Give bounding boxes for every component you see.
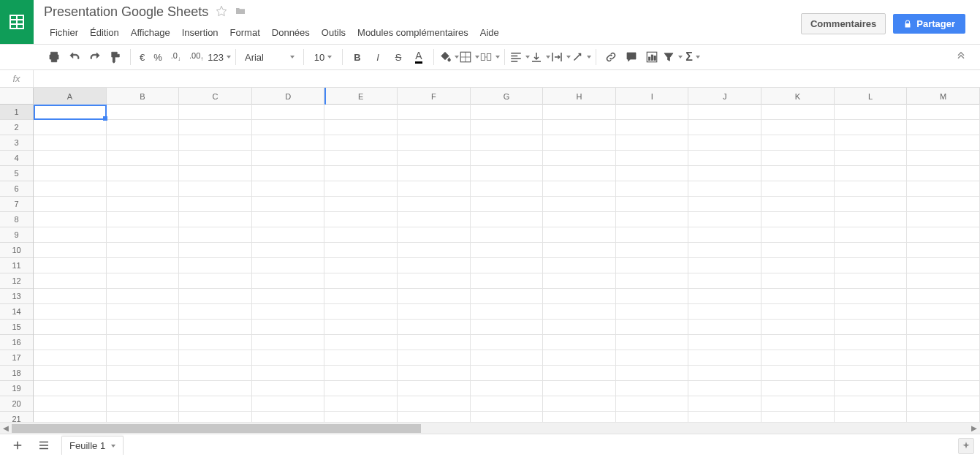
row-header-19[interactable]: 19 [0,381,33,396]
cell[interactable] [616,105,689,120]
cell[interactable] [398,212,471,227]
share-button[interactable]: Partager [893,14,965,34]
cell[interactable] [616,350,689,366]
cell[interactable] [398,412,471,422]
italic-button[interactable]: I [368,47,388,67]
cell[interactable] [907,243,980,258]
merge-cells-button[interactable] [479,47,500,67]
strikethrough-button[interactable]: S [388,47,409,67]
row-header-18[interactable]: 18 [0,366,33,381]
cell[interactable] [34,320,107,335]
cell[interactable] [107,350,180,366]
cell[interactable] [761,304,835,320]
menu-insertion[interactable]: Insertion [176,24,224,41]
cell[interactable] [471,166,544,181]
cell[interactable] [107,181,180,197]
column-header-F[interactable]: F [398,88,471,105]
align-horizontal-button[interactable] [509,47,530,67]
cell[interactable] [688,320,761,335]
row-header-3[interactable]: 3 [0,135,33,151]
cell[interactable] [616,120,689,135]
cell[interactable] [107,289,180,304]
cell[interactable] [324,151,398,166]
cell[interactable] [835,335,908,350]
cell[interactable] [34,166,107,181]
cell[interactable] [835,258,908,273]
cell[interactable] [907,320,980,335]
row-header-17[interactable]: 17 [0,350,33,366]
cell[interactable] [252,258,325,273]
folder-icon[interactable] [235,5,246,19]
more-formats-button[interactable]: 123 [208,52,231,63]
cell[interactable] [761,197,835,212]
cell[interactable] [471,273,544,289]
cell[interactable] [34,381,107,396]
cell[interactable] [34,396,107,412]
cell[interactable] [616,135,689,151]
explore-button[interactable] [958,438,974,454]
row-header-15[interactable]: 15 [0,320,33,335]
cell[interactable] [761,350,835,366]
cell[interactable] [543,166,616,181]
row-header-14[interactable]: 14 [0,304,33,320]
cell[interactable] [398,243,471,258]
text-wrap-button[interactable] [550,47,571,67]
cell[interactable] [688,227,761,243]
cell[interactable] [252,243,325,258]
row-header-12[interactable]: 12 [0,273,33,289]
cell[interactable] [835,289,908,304]
cell[interactable] [324,212,398,227]
cell[interactable] [398,258,471,273]
cell[interactable] [616,289,689,304]
cell[interactable] [835,227,908,243]
cell[interactable] [252,289,325,304]
cell[interactable] [398,289,471,304]
cell[interactable] [907,166,980,181]
cell[interactable] [543,181,616,197]
row-header-11[interactable]: 11 [0,258,33,273]
scroll-right-icon[interactable]: ► [968,423,980,434]
scroll-left-icon[interactable]: ◄ [0,423,12,434]
cell[interactable] [907,151,980,166]
cell[interactable] [252,381,325,396]
cell[interactable] [688,273,761,289]
cell[interactable] [107,381,180,396]
cell[interactable] [252,335,325,350]
cell[interactable] [835,366,908,381]
cell[interactable] [107,105,180,120]
cell[interactable] [907,289,980,304]
cell[interactable] [761,381,835,396]
cell[interactable] [471,212,544,227]
cell[interactable] [761,181,835,197]
cell[interactable] [34,350,107,366]
cell[interactable] [252,105,325,120]
cell[interactable] [688,197,761,212]
cell[interactable] [107,396,180,412]
cell[interactable] [324,135,398,151]
cell[interactable] [179,227,252,243]
cell[interactable] [835,320,908,335]
cell[interactable] [835,381,908,396]
cell[interactable] [616,243,689,258]
cell[interactable] [471,412,544,422]
cell[interactable] [471,151,544,166]
cell[interactable] [179,120,252,135]
cell[interactable] [761,151,835,166]
add-sheet-button[interactable] [9,437,26,454]
cell[interactable] [688,212,761,227]
cell[interactable] [835,166,908,181]
cell[interactable] [107,320,180,335]
cell[interactable] [398,350,471,366]
cell[interactable] [543,304,616,320]
cell[interactable] [34,412,107,422]
cell[interactable] [543,243,616,258]
cell[interactable] [107,304,180,320]
menu-aide[interactable]: Aide [474,24,505,41]
cell[interactable] [688,105,761,120]
cell[interactable] [907,197,980,212]
cell[interactable] [688,289,761,304]
cell[interactable] [616,412,689,422]
cell[interactable] [688,181,761,197]
cell[interactable] [471,304,544,320]
print-button[interactable] [44,47,64,67]
